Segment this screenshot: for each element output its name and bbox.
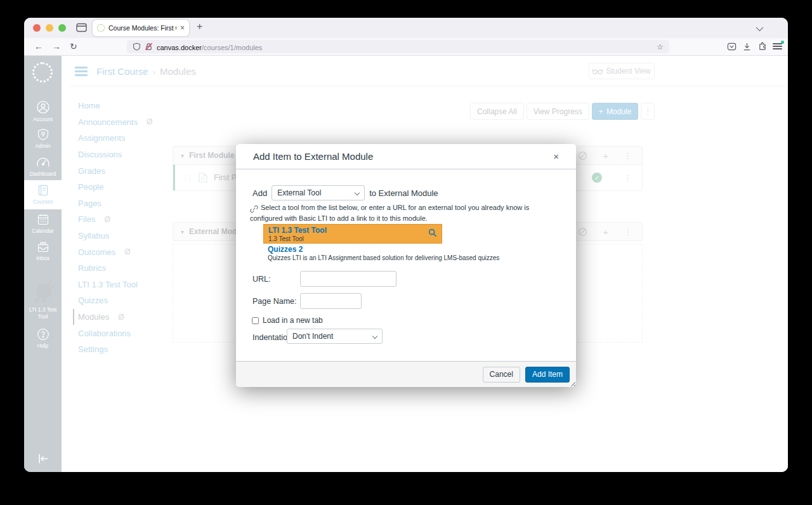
chevron-down-icon <box>355 190 360 195</box>
url-host: canvas.docker <box>157 44 202 51</box>
browser-toolbar: ← → ↻ canvas.docker/courses/1/modules ☆ <box>24 38 788 56</box>
tab-list-chevron-icon[interactable] <box>756 24 763 31</box>
window-close-button[interactable] <box>33 24 41 32</box>
url-label: URL: <box>252 275 270 284</box>
close-icon[interactable]: × <box>553 151 559 162</box>
browser-window: Course Modules: First Course × + ← → ↻ <box>24 18 788 472</box>
window-zoom-button[interactable] <box>58 24 66 32</box>
tool-description: Select a tool from the list below, or en… <box>250 202 563 224</box>
item-type-select[interactable]: External Tool <box>272 185 365 200</box>
tab-title: Course Modules: First Course <box>108 24 176 32</box>
shield-icon[interactable] <box>133 43 141 51</box>
back-button[interactable]: ← <box>34 41 43 53</box>
desktop-background: Course Modules: First Course × + ← → ↻ <box>0 0 812 505</box>
page-name-input[interactable] <box>300 293 362 309</box>
page-name-label: Page Name: <box>252 297 296 306</box>
tab-close-icon[interactable]: × <box>180 24 185 32</box>
extensions-icon[interactable] <box>757 42 767 51</box>
add-suffix: to External Module <box>369 188 438 198</box>
link-icon <box>250 205 258 213</box>
tool-list: LTI 1.3 Test Tool 1.3 Test Tool Quizzes … <box>263 224 442 263</box>
search-icon[interactable] <box>428 228 437 237</box>
tool-option-quizzes-2[interactable]: Quizzes 2 Quizzes LTI is an LTI Assignme… <box>263 244 442 263</box>
bookmark-star-icon[interactable]: ☆ <box>657 43 664 51</box>
menu-notification-dot <box>781 41 784 44</box>
add-type-row: Add External Tool to External Module <box>252 185 438 200</box>
url-path: /courses/1/modules <box>202 44 262 51</box>
add-label: Add <box>252 188 267 198</box>
new-tab-row: Load in a new tab <box>252 316 323 325</box>
browser-tab-bar: Course Modules: First Course × + <box>24 18 788 38</box>
window-controls <box>33 24 66 32</box>
tool-option-lti-test-tool[interactable]: LTI 1.3 Test Tool 1.3 Test Tool <box>263 224 442 244</box>
download-icon[interactable] <box>742 42 752 51</box>
new-tab-button[interactable]: + <box>197 21 202 32</box>
url-bar[interactable]: canvas.docker/courses/1/modules ☆ <box>127 40 669 53</box>
window-minimize-button[interactable] <box>46 24 53 32</box>
add-item-button[interactable]: Add Item <box>525 367 570 383</box>
browser-tab[interactable]: Course Modules: First Course × <box>93 20 189 36</box>
chevron-down-icon <box>372 334 377 339</box>
cancel-button[interactable]: Cancel <box>483 367 520 383</box>
menu-icon[interactable] <box>773 42 782 51</box>
load-new-tab-label: Load in a new tab <box>263 316 323 325</box>
insecure-lock-icon[interactable] <box>145 43 153 51</box>
add-item-dialog: Add Item to External Module × Add Extern… <box>236 144 576 387</box>
pocket-icon[interactable] <box>727 42 737 51</box>
dialog-header[interactable]: Add Item to External Module × <box>236 144 576 169</box>
url-input[interactable] <box>300 271 396 287</box>
reload-button[interactable]: ↻ <box>70 41 77 53</box>
load-new-tab-checkbox[interactable] <box>252 317 259 324</box>
dialog-footer: Cancel Add Item <box>236 361 576 387</box>
firefox-view-icon[interactable] <box>76 23 87 32</box>
canvas-app: Account Admin Dashboard <box>24 56 788 472</box>
indentation-select[interactable]: Don't Indent <box>287 329 383 344</box>
forward-button[interactable]: → <box>52 41 61 53</box>
dialog-title: Add Item to External Module <box>253 151 373 162</box>
canvas-favicon-icon <box>97 24 105 32</box>
